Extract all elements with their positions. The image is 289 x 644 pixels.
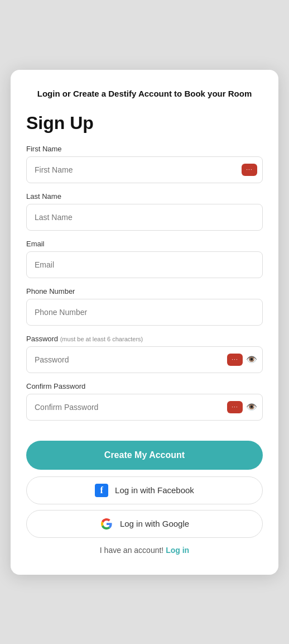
password-label: Password (must be at least 6 characters) xyxy=(26,335,263,343)
password-group: Password (must be at least 6 characters)… xyxy=(26,335,263,373)
password-wrapper: ··· 👁️ xyxy=(26,346,263,373)
confirm-autofill-icon: ··· xyxy=(227,401,243,413)
first-name-wrapper: ··· xyxy=(26,156,263,183)
phone-group: Phone Number xyxy=(26,287,263,326)
confirm-password-icons: ··· 👁️ xyxy=(227,401,257,413)
confirm-password-group: Confirm Password ··· 👁️ xyxy=(26,382,263,421)
first-name-icons: ··· xyxy=(242,164,257,176)
last-name-group: Last Name xyxy=(26,192,263,231)
signup-modal: Login or Create a Destify Account to Boo… xyxy=(11,70,278,575)
email-input[interactable] xyxy=(26,251,263,278)
password-autofill-icon: ··· xyxy=(227,354,243,366)
footer-text: I have an account! xyxy=(100,546,163,555)
first-name-group: First Name ··· xyxy=(26,145,263,183)
first-name-label: First Name xyxy=(26,145,263,153)
email-label: Email xyxy=(26,240,263,248)
confirm-password-wrapper: ··· 👁️ xyxy=(26,394,263,421)
google-button-label: Log in with Google xyxy=(120,519,189,528)
page-title: Sign Up xyxy=(26,113,263,133)
first-name-input[interactable] xyxy=(26,156,263,183)
confirm-password-label: Confirm Password xyxy=(26,382,263,390)
modal-header: Login or Create a Destify Account to Boo… xyxy=(26,88,263,99)
footer-section: I have an account! Log in xyxy=(26,546,263,555)
password-note: (must be at least 6 characters) xyxy=(60,336,143,342)
password-eye-icon[interactable]: 👁️ xyxy=(246,354,257,365)
password-icons: ··· 👁️ xyxy=(227,354,257,366)
google-login-button[interactable]: Log in with Google xyxy=(26,510,263,538)
phone-input[interactable] xyxy=(26,299,263,326)
phone-wrapper xyxy=(26,299,263,326)
email-group: Email xyxy=(26,240,263,278)
google-icon xyxy=(100,517,113,531)
last-name-input[interactable] xyxy=(26,204,263,231)
create-account-button[interactable]: Create My Account xyxy=(26,441,263,470)
facebook-button-label: Log in with Facebook xyxy=(115,485,194,495)
facebook-login-button[interactable]: f Log in with Facebook xyxy=(26,476,263,504)
modal-title: Login or Create a Destify Account to Boo… xyxy=(37,89,252,98)
phone-label: Phone Number xyxy=(26,287,263,295)
last-name-wrapper xyxy=(26,204,263,231)
facebook-icon: f xyxy=(95,484,108,497)
confirm-eye-icon[interactable]: 👁️ xyxy=(246,402,257,412)
login-link[interactable]: Log in xyxy=(166,546,189,555)
last-name-label: Last Name xyxy=(26,192,263,201)
autofill-icon: ··· xyxy=(242,164,257,176)
email-wrapper xyxy=(26,251,263,278)
